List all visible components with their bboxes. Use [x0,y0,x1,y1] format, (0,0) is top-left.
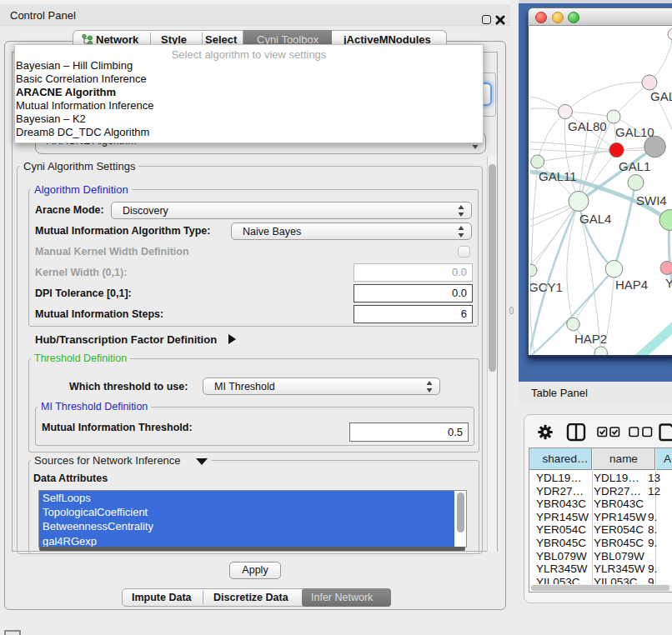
svg-text:GAL11: GAL11 [539,169,577,183]
svg-text:GCY1: GCY1 [530,280,563,294]
svg-text:GAL: GAL [650,89,672,103]
svg-text:GAL4: GAL4 [579,212,611,226]
svg-text:GAL1: GAL1 [619,159,650,173]
svg-text:GAL80: GAL80 [568,119,607,133]
svg-text:Y: Y [665,276,672,290]
svg-text:SWI4: SWI4 [636,193,667,208]
svg-text:HAP2: HAP2 [574,332,607,346]
svg-text:HAP4: HAP4 [615,278,648,292]
svg-text:GAL10: GAL10 [615,125,654,139]
